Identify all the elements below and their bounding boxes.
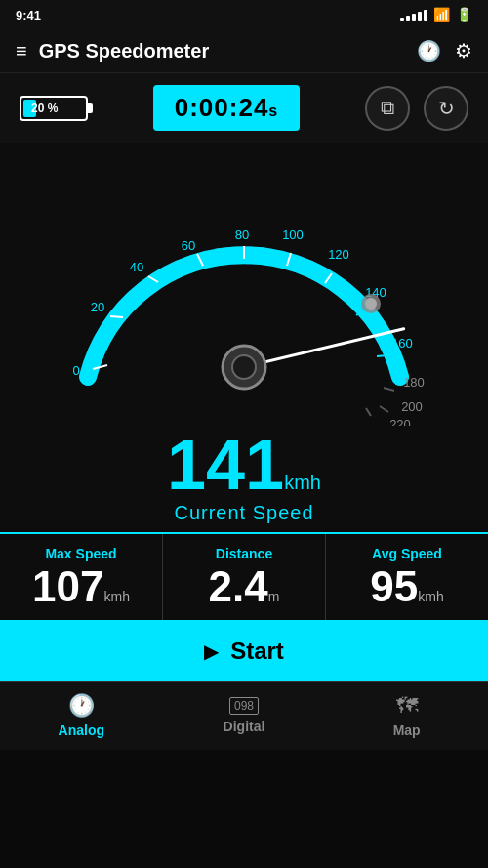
timer-display: 0:00:24s bbox=[153, 85, 301, 131]
settings-button[interactable]: ⚙ bbox=[455, 39, 472, 62]
stats-row: Max Speed 107kmh Distance 2.4m Avg Speed… bbox=[0, 532, 488, 622]
svg-text:160: 160 bbox=[391, 336, 413, 351]
svg-text:200: 200 bbox=[401, 399, 423, 414]
avg-speed-unit: kmh bbox=[418, 589, 443, 604]
battery-percent: 20 % bbox=[31, 102, 58, 115]
max-speed-unit: kmh bbox=[103, 589, 129, 604]
distance-unit: m bbox=[268, 589, 280, 604]
speed-display: 141kmh Current Speed bbox=[167, 426, 321, 532]
analog-label: Analog bbox=[59, 723, 104, 738]
current-speed: 141 bbox=[167, 426, 284, 504]
map-label: Map bbox=[393, 723, 421, 738]
battery-status-icon: 🔋 bbox=[456, 7, 472, 22]
avg-speed-label: Avg Speed bbox=[336, 546, 478, 561]
stat-max-speed: Max Speed 107kmh bbox=[0, 534, 163, 620]
svg-text:120: 120 bbox=[328, 247, 349, 262]
svg-text:100: 100 bbox=[282, 227, 304, 242]
max-speed-value-row: 107kmh bbox=[10, 565, 152, 608]
analog-icon: 🕐 bbox=[68, 693, 95, 719]
distance-value-row: 2.4m bbox=[173, 565, 315, 608]
app-title: GPS Speedometer bbox=[39, 40, 210, 62]
nav-digital[interactable]: 098 Digital bbox=[163, 682, 326, 750]
control-buttons: ⧉ ↻ bbox=[365, 86, 468, 131]
play-icon: ▶ bbox=[204, 640, 219, 663]
stat-avg-speed: Avg Speed 95kmh bbox=[326, 534, 488, 620]
svg-line-10 bbox=[380, 406, 388, 412]
distance-label: Distance bbox=[173, 546, 315, 561]
max-speed-value: 107 bbox=[32, 562, 103, 610]
svg-line-9 bbox=[384, 388, 394, 391]
svg-text:40: 40 bbox=[130, 260, 143, 274]
svg-text:220: 220 bbox=[389, 417, 411, 426]
map-icon: 🗺 bbox=[396, 693, 418, 719]
svg-line-8 bbox=[377, 355, 387, 356]
nav-analog[interactable]: 🕐 Analog bbox=[0, 682, 163, 750]
battery-indicator: 20 % bbox=[20, 96, 88, 121]
svg-point-25 bbox=[365, 298, 377, 310]
digital-label: Digital bbox=[224, 719, 265, 734]
svg-text:20: 20 bbox=[91, 300, 104, 314]
svg-line-11 bbox=[366, 408, 371, 416]
header-icons: 🕐 ⚙ bbox=[417, 39, 472, 62]
bottom-nav: 🕐 Analog 098 Digital 🗺 Map bbox=[0, 681, 488, 750]
svg-point-28 bbox=[232, 355, 256, 379]
max-speed-label: Max Speed bbox=[10, 546, 152, 561]
start-button[interactable]: ▶ Start bbox=[0, 622, 488, 681]
status-time: 9:41 bbox=[16, 8, 41, 22]
signal-icon bbox=[400, 10, 427, 21]
avg-speed-value-row: 95kmh bbox=[336, 565, 478, 608]
start-button-label: Start bbox=[230, 638, 284, 665]
stat-distance: Distance 2.4m bbox=[163, 534, 326, 620]
header: ≡ GPS Speedometer 🕐 ⚙ bbox=[0, 29, 488, 73]
nav-map[interactable]: 🗺 Map bbox=[325, 682, 488, 750]
digital-icon: 098 bbox=[229, 697, 259, 715]
svg-text:60: 60 bbox=[182, 238, 195, 253]
speed-label: Current Speed bbox=[167, 502, 321, 524]
gauge-svg: 0 20 40 60 80 100 120 140 160 180 200 22… bbox=[39, 152, 449, 426]
avg-speed-value: 95 bbox=[370, 562, 418, 610]
speed-unit: kmh bbox=[284, 472, 321, 493]
svg-text:0: 0 bbox=[72, 363, 79, 378]
svg-text:80: 80 bbox=[235, 227, 249, 242]
speedometer-area: 0 20 40 60 80 100 120 140 160 180 200 22… bbox=[0, 143, 488, 532]
history-button[interactable]: 🕐 bbox=[417, 39, 441, 62]
screenshot-button[interactable]: ⧉ bbox=[365, 86, 410, 131]
timer-suffix: s bbox=[268, 103, 278, 119]
wifi-icon: 📶 bbox=[433, 7, 450, 22]
svg-text:180: 180 bbox=[403, 375, 425, 390]
top-controls: 20 % 0:00:24s ⧉ ↻ bbox=[0, 73, 488, 143]
speed-value-row: 141kmh bbox=[167, 430, 321, 500]
refresh-button[interactable]: ↻ bbox=[424, 86, 468, 131]
header-left: ≡ GPS Speedometer bbox=[16, 40, 209, 62]
menu-button[interactable]: ≡ bbox=[16, 40, 27, 62]
status-bar: 9:41 📶 🔋 bbox=[0, 0, 488, 29]
svg-line-1 bbox=[110, 316, 123, 317]
distance-value: 2.4 bbox=[209, 562, 268, 610]
gauge-container: 0 20 40 60 80 100 120 140 160 180 200 22… bbox=[39, 152, 449, 426]
timer-value: 0:00:24 bbox=[175, 93, 269, 122]
status-icons: 📶 🔋 bbox=[400, 7, 472, 22]
